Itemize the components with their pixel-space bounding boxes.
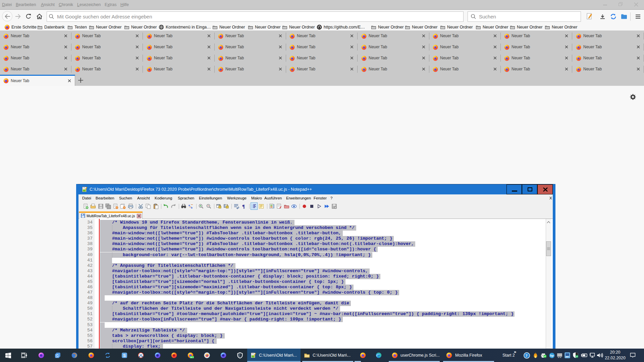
svg-text:b: b	[191, 206, 193, 209]
svg-text:a: a	[189, 204, 190, 207]
svg-text:¶: ¶	[242, 204, 245, 209]
svg-text:BETA: BETA	[190, 356, 194, 358]
svg-text:?: ?	[526, 353, 528, 358]
svg-text:S: S	[123, 353, 126, 358]
svg-text:hp: hp	[550, 354, 554, 357]
